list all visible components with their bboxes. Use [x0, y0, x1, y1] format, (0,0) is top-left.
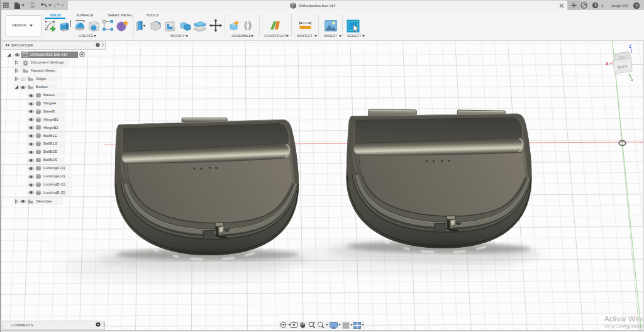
- svg-text:X: X: [606, 62, 609, 66]
- svg-text:Z: Z: [629, 44, 631, 48]
- svg-text:TOP: TOP: [618, 55, 625, 60]
- svg-text:?: ?: [635, 3, 638, 8]
